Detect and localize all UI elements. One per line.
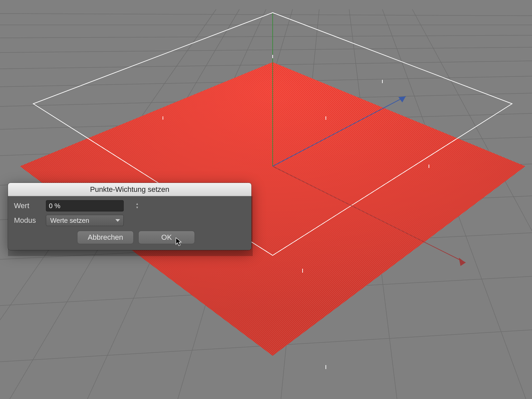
set-point-weight-dialog: Punkte-Wichtung setzen Wert ▲ ▼ Modus We… <box>8 183 251 250</box>
value-label: Wert <box>14 201 41 210</box>
stepper-up-icon[interactable]: ▲ <box>136 202 139 205</box>
mode-select[interactable]: Werte setzen <box>46 215 124 226</box>
mode-label: Modus <box>14 216 41 225</box>
stepper-down-icon[interactable]: ▼ <box>136 206 139 209</box>
value-field[interactable]: ▲ ▼ <box>46 200 124 211</box>
svg-line-21 <box>0 13 532 16</box>
chevron-down-icon <box>115 219 120 222</box>
svg-line-19 <box>0 35 532 38</box>
value-input[interactable] <box>46 202 136 210</box>
ok-button-label: OK <box>161 233 172 242</box>
dialog-title: Punkte-Wichtung setzen <box>90 185 169 194</box>
mode-selected: Werte setzen <box>50 217 89 224</box>
dialog-titlebar[interactable]: Punkte-Wichtung setzen <box>8 183 251 196</box>
cancel-button[interactable]: Abbrechen <box>77 231 134 244</box>
cancel-button-label: Abbrechen <box>88 233 123 242</box>
ok-button[interactable]: OK <box>138 231 195 244</box>
value-stepper[interactable]: ▲ ▼ <box>136 202 140 209</box>
svg-line-18 <box>0 47 532 53</box>
